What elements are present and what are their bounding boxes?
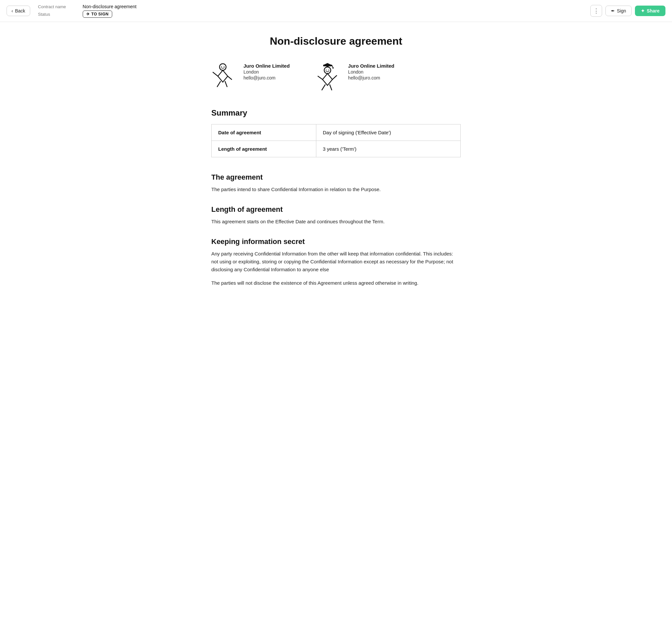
pen-icon: ✒: [611, 8, 615, 13]
contract-name-value: Non-disclosure agreement: [83, 4, 137, 9]
back-arrow-icon: ‹: [12, 8, 13, 13]
status-value: TO SIGN: [91, 12, 109, 16]
status-row: Status ✈ TO SIGN: [38, 10, 590, 18]
share-label: Share: [647, 8, 659, 13]
length-text: This agreement starts on the Effective D…: [211, 218, 461, 226]
party-1-figure: [211, 63, 238, 93]
back-label: Back: [15, 8, 25, 13]
top-bar: ‹ Back Contract name Non-disclosure agre…: [0, 0, 672, 22]
party-2-info: Juro Online Limited London hello@juro.co…: [348, 63, 394, 80]
svg-point-10: [332, 67, 334, 69]
actions-bar: ⋮ ✒ Sign ✦ Share: [590, 5, 666, 17]
back-button[interactable]: ‹ Back: [6, 5, 30, 16]
table-row: Length of agreement 3 years ('Term'): [212, 141, 461, 157]
document-content: Non-disclosure agreement: [201, 22, 471, 318]
more-options-button[interactable]: ⋮: [590, 5, 602, 17]
sign-label: Sign: [617, 8, 626, 13]
secret-heading: Keeping information secret: [211, 237, 461, 246]
party-2-email: hello@juro.com: [348, 75, 394, 80]
agreement-title: The agreement: [211, 173, 461, 181]
svg-line-17: [330, 85, 332, 90]
share-icon: ✦: [641, 8, 645, 13]
svg-point-2: [224, 66, 224, 67]
more-icon: ⋮: [593, 7, 599, 14]
party-2: Juro Online Limited London hello@juro.co…: [316, 63, 394, 93]
status-label: Status: [38, 12, 78, 17]
length-section: Length of agreement This agreement start…: [211, 205, 461, 226]
summary-label-1: Date of agreement: [212, 124, 316, 141]
meta-section: Contract name Non-disclosure agreement S…: [38, 3, 590, 18]
summary-title: Summary: [211, 108, 461, 118]
party-1-info: Juro Online Limited London hello@juro.co…: [243, 63, 290, 80]
document-title: Non-disclosure agreement: [211, 35, 461, 47]
svg-line-9: [332, 65, 333, 68]
party-2-location: London: [348, 69, 394, 74]
party-1-location: London: [243, 69, 290, 74]
svg-line-6: [225, 81, 227, 87]
svg-line-5: [217, 81, 221, 87]
party-1: Juro Online Limited London hello@juro.co…: [211, 63, 290, 93]
summary-value-2: 3 years ('Term'): [316, 141, 460, 157]
svg-point-1: [221, 66, 222, 67]
svg-line-16: [322, 85, 325, 90]
secret-section: Keeping information secret Any party rec…: [211, 237, 461, 287]
summary-value-1: Day of signing ('Effective Date'): [316, 124, 460, 141]
status-badge[interactable]: ✈ TO SIGN: [83, 11, 112, 18]
length-heading: Length of agreement: [211, 205, 461, 214]
party-1-name: Juro Online Limited: [243, 63, 290, 69]
secret-extra: The parties will not disclose the existe…: [211, 279, 461, 287]
sign-button[interactable]: ✒ Sign: [605, 5, 632, 16]
svg-marker-8: [323, 63, 332, 67]
svg-point-11: [324, 67, 331, 73]
svg-line-15: [332, 76, 337, 80]
main-agreement-section: The agreement The parties intend to shar…: [211, 173, 461, 193]
party-2-name: Juro Online Limited: [348, 63, 394, 69]
contract-name-label: Contract name: [38, 4, 78, 9]
svg-line-3: [213, 72, 218, 76]
contract-name-row: Contract name Non-disclosure agreement: [38, 3, 590, 10]
send-icon: ✈: [86, 12, 90, 16]
agreement-intro: The parties intend to share Confidential…: [211, 186, 461, 193]
summary-table: Date of agreement Day of signing ('Effec…: [211, 124, 461, 157]
secret-text: Any party receiving Confidential Informa…: [211, 250, 461, 274]
svg-point-0: [220, 64, 226, 70]
svg-point-12: [326, 70, 326, 70]
share-button[interactable]: ✦ Share: [635, 5, 666, 16]
svg-point-13: [328, 70, 329, 70]
party-1-email: hello@juro.com: [243, 75, 290, 80]
table-row: Date of agreement Day of signing ('Effec…: [212, 124, 461, 141]
party-2-figure: [316, 63, 342, 93]
parties-row: Juro Online Limited London hello@juro.co…: [211, 63, 461, 93]
svg-line-14: [318, 76, 323, 80]
svg-line-4: [228, 76, 232, 80]
summary-label-2: Length of agreement: [212, 141, 316, 157]
